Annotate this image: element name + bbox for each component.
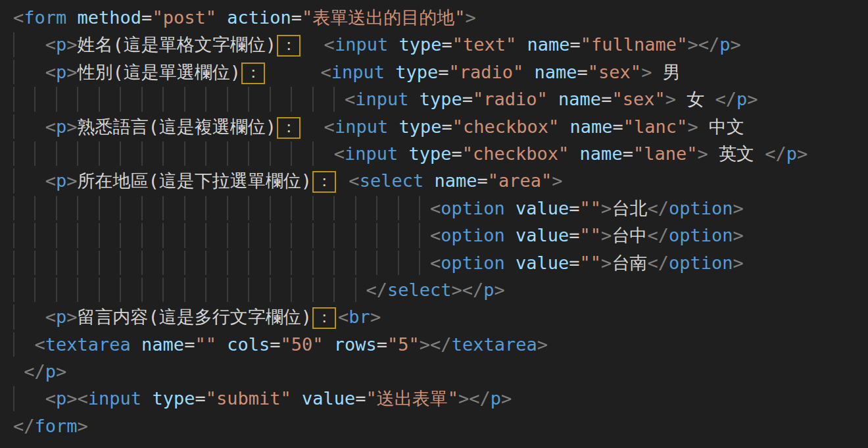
token-tag-punctuation: > [687, 34, 698, 55]
token-operator: = [462, 89, 473, 109]
token-operator: = [613, 116, 623, 137]
unicode-highlight-box: ： [277, 117, 301, 139]
token-text: 所在地區(這是下拉選單欄位) [78, 170, 312, 191]
token-text: 台中 [612, 225, 647, 245]
token-operator: = [569, 253, 579, 273]
token-string: "submit" [206, 388, 291, 409]
token-attribute-name: rows [334, 334, 377, 355]
token-tag-punctuation: > [56, 361, 66, 382]
code-line: <option value="">台中</option> [13, 222, 868, 249]
token-string: "送出表單" [366, 388, 459, 409]
token-tag-name: textarea [45, 334, 131, 355]
token-tag-name: option [669, 198, 733, 218]
token-text [13, 307, 45, 327]
token-tag-name: option [441, 198, 505, 218]
token-attribute-name: type [420, 89, 462, 109]
token-attribute-name: name [527, 34, 570, 55]
token-attribute-name: type [398, 116, 441, 137]
token-tag-name: select [387, 280, 452, 300]
token-tag-punctuation: > [601, 253, 612, 273]
token-tag-punctuation: < [430, 198, 441, 218]
unicode-highlight-box: ： [277, 35, 301, 57]
token-tag-punctuation: </ [647, 198, 669, 218]
token-operator: = [141, 7, 152, 28]
token-attribute-name: name [580, 143, 623, 164]
token-operator: = [355, 388, 366, 409]
token-text [13, 388, 45, 409]
token-text [302, 34, 324, 55]
token-tag-punctuation: < [78, 388, 88, 409]
token-tag-punctuation: < [35, 334, 45, 355]
token-text [338, 170, 349, 191]
token-text [505, 198, 516, 218]
token-operator: = [441, 34, 452, 55]
token-text: 性別(這是單選欄位) [78, 62, 241, 82]
token-text [569, 143, 579, 164]
token-string: "radio" [473, 89, 548, 109]
token-string: "radio" [448, 62, 523, 82]
token-text [216, 334, 227, 355]
token-tag-name: p [56, 116, 66, 137]
token-tag-name: input [331, 62, 385, 82]
code-editor[interactable]: <form method="post" action="表單送出的目的地"> <… [0, 0, 868, 448]
token-tag-punctuation: < [324, 34, 335, 55]
token-text [216, 7, 227, 28]
token-text: 中文 [698, 116, 744, 137]
token-operator: = [601, 89, 612, 109]
token-tag-name: p [56, 34, 66, 55]
token-tag-punctuation: > [537, 334, 548, 355]
token-tag-punctuation: > [665, 89, 676, 109]
token-text [131, 334, 141, 355]
token-tag-name: option [441, 225, 505, 245]
token-attribute-name: name [141, 334, 184, 355]
token-attribute-name: name [535, 62, 577, 82]
token-tag-name: input [88, 388, 141, 409]
token-tag-name: form [24, 7, 66, 28]
token-tag-name: input [355, 89, 408, 109]
token-tag-punctuation: < [430, 253, 441, 273]
token-tag-name: p [719, 34, 730, 55]
code-line: <input type="checkbox" name="lane"> 英文 <… [13, 140, 868, 167]
code-line: <p>性別(這是單選欄位)： <input type="radio" name=… [13, 59, 868, 86]
token-tag-punctuation: </ [765, 143, 786, 164]
token-string: "text" [452, 34, 517, 55]
token-text [13, 361, 24, 382]
token-tag-name: form [35, 416, 78, 436]
token-tag-name: textarea [452, 334, 537, 355]
code-line: <form method="post" action="表單送出的目的地"> [13, 4, 868, 31]
token-tag-punctuation: > [733, 253, 743, 273]
token-text [13, 34, 45, 55]
token-text [385, 62, 395, 82]
token-text [13, 143, 334, 164]
token-tag-name: p [736, 89, 747, 109]
token-tag-punctuation: < [338, 307, 349, 327]
token-tag-punctuation: </ [647, 225, 669, 245]
token-text [408, 89, 419, 109]
token-tag-name: p [56, 388, 66, 409]
token-operator: = [270, 334, 280, 355]
token-text [267, 62, 320, 82]
token-text [423, 170, 434, 191]
token-text: 留言内容(這是多行文字欄位) [78, 307, 312, 327]
code-line: <p>熟悉語言(這是複選欄位)： <input type="checkbox" … [13, 113, 868, 140]
token-text [523, 62, 534, 82]
token-tag-punctuation: > [66, 307, 77, 327]
token-tag-punctuation: > [66, 34, 77, 55]
token-tag-punctuation: > [601, 198, 612, 218]
unicode-highlight-box: ： [241, 62, 265, 84]
token-string: "fullname" [581, 34, 688, 55]
token-text [13, 334, 35, 355]
token-text [13, 170, 45, 191]
code-line: <p>留言内容(這是多行文字欄位)：<br> [13, 303, 868, 330]
token-tag-punctuation: > [452, 280, 462, 300]
token-operator: = [569, 198, 579, 218]
token-tag-punctuation: < [45, 62, 56, 82]
token-text [13, 253, 430, 273]
token-attribute-name: cols [227, 334, 270, 355]
token-text [388, 116, 398, 137]
token-attribute-name: value [516, 225, 569, 245]
token-tag-punctuation: > [733, 225, 743, 245]
token-tag-punctuation: < [45, 307, 56, 327]
token-text [302, 116, 324, 137]
token-text: 女 [676, 89, 715, 109]
